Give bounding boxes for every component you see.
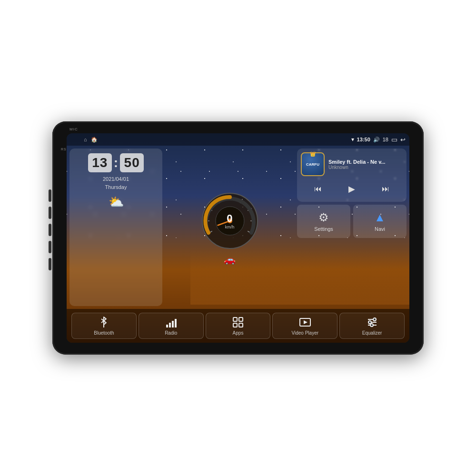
- music-metadata: Smiley ft. Delia - Ne v... Unknown: [328, 159, 403, 170]
- status-bar: ⌂ 🏠 ▾ 13:50 🔊 18 ▭ ↩: [67, 133, 409, 146]
- video-label: Video Player: [292, 330, 319, 336]
- music-widget[interactable]: 👑 CARFU Smiley ft. Delia - Ne v... Unkno…: [297, 149, 407, 202]
- navigation-icon: ▲: [374, 211, 386, 224]
- apps-button[interactable]: Apps: [206, 313, 271, 339]
- crown-icon: 👑: [310, 151, 316, 157]
- video-player-button[interactable]: Video Player: [272, 313, 337, 339]
- wifi-icon: ▾: [351, 136, 354, 143]
- play-button[interactable]: ▶: [347, 182, 357, 196]
- side-button-4[interactable]: [49, 241, 51, 253]
- equalizer-label: Equalizer: [362, 330, 382, 336]
- top-widgets: 13 : 50 2021/04/01 Thursday ⛅: [67, 146, 409, 309]
- speed-value: 0: [225, 212, 235, 225]
- clock-hours: 13: [88, 153, 112, 172]
- clock-widget: 13 : 50 2021/04/01 Thursday ⛅: [69, 149, 162, 306]
- prev-button[interactable]: ⏮: [312, 183, 324, 195]
- clock-colon: :: [114, 153, 118, 172]
- bluetooth-button[interactable]: Bluetooth: [71, 313, 137, 339]
- svg-point-29: [370, 324, 373, 327]
- speedo-readout: 0 km/h: [225, 212, 235, 229]
- album-art: 👑 CARFU: [301, 152, 325, 176]
- home-outline-icon: ⌂: [84, 137, 87, 142]
- svg-rect-15: [169, 323, 171, 327]
- side-button-1[interactable]: [49, 189, 51, 202]
- speedometer-widget: 0 km/h 🚗: [165, 149, 294, 306]
- status-time: 13:50: [357, 137, 370, 142]
- svg-rect-17: [175, 319, 177, 327]
- navi-label: Navi: [375, 226, 385, 232]
- side-buttons: [49, 189, 51, 270]
- video-icon: [299, 316, 311, 328]
- svg-rect-21: [239, 323, 243, 327]
- car-head-unit: MIC RST ⌂ 🏠 ▾ 13:50 🔊 18 ▭ ↩: [52, 121, 424, 355]
- settings-button[interactable]: ⚙ Settings: [297, 205, 350, 238]
- svg-rect-18: [233, 317, 237, 321]
- navigation-button[interactable]: ▲ Navi: [353, 205, 407, 238]
- music-controls: ⏮ ▶ ⏭: [301, 180, 403, 198]
- side-button-2[interactable]: [49, 207, 51, 219]
- car-icon: 🚗: [224, 254, 236, 265]
- clock-minutes: 50: [120, 153, 144, 172]
- radio-button[interactable]: Radio: [139, 313, 204, 339]
- battery-icon: ▭: [391, 136, 397, 143]
- music-info-row: 👑 CARFU Smiley ft. Delia - Ne v... Unkno…: [301, 152, 403, 176]
- mic-label: MIC: [69, 127, 78, 131]
- equalizer-button[interactable]: Equalizer: [339, 313, 405, 339]
- screen: ⌂ 🏠 ▾ 13:50 🔊 18 ▭ ↩ 13 : 50: [67, 133, 409, 343]
- music-artist: Unknown: [328, 165, 403, 170]
- music-title: Smiley ft. Delia - Ne v...: [328, 159, 403, 165]
- clock-display: 13 : 50: [88, 153, 144, 172]
- side-button-3[interactable]: [49, 224, 51, 236]
- bottom-dock: Bluetooth Radio: [67, 309, 409, 343]
- svg-point-25: [368, 321, 371, 324]
- svg-rect-16: [172, 321, 174, 327]
- bluetooth-icon: [98, 316, 110, 328]
- svg-rect-19: [239, 317, 243, 321]
- speed-unit: km/h: [225, 225, 235, 229]
- weather-icon: ⛅: [109, 195, 124, 209]
- side-button-5[interactable]: [49, 258, 51, 270]
- svg-marker-23: [304, 320, 307, 324]
- apps-icon: [232, 316, 244, 328]
- home-filled-icon: 🏠: [91, 137, 98, 143]
- back-icon: ↩: [400, 136, 406, 143]
- album-brand: CARFU: [306, 162, 319, 167]
- next-button[interactable]: ⏭: [380, 183, 391, 195]
- main-content: 13 : 50 2021/04/01 Thursday ⛅: [67, 146, 409, 343]
- volume-icon: 🔊: [373, 137, 380, 143]
- radio-icon: [165, 316, 177, 328]
- clock-date: 2021/04/01 Thursday: [103, 175, 129, 191]
- apps-label: Apps: [233, 330, 244, 336]
- bluetooth-label: Bluetooth: [94, 330, 114, 336]
- settings-label: Settings: [314, 226, 333, 232]
- right-section: 👑 CARFU Smiley ft. Delia - Ne v... Unkno…: [297, 149, 407, 306]
- svg-rect-20: [233, 323, 237, 327]
- volume-level: 18: [383, 137, 388, 142]
- status-bar-left: ⌂ 🏠: [84, 137, 98, 143]
- svg-point-27: [373, 318, 376, 321]
- status-bar-right: ▾ 13:50 🔊 18 ▭ ↩: [351, 136, 406, 143]
- equalizer-icon: [366, 316, 378, 328]
- settings-icon: ⚙: [318, 211, 329, 224]
- radio-label: Radio: [165, 330, 177, 336]
- svg-rect-14: [166, 325, 168, 327]
- speedometer: 0 km/h: [199, 190, 261, 252]
- quick-access-buttons: ⚙ Settings ▲ Navi: [297, 205, 407, 306]
